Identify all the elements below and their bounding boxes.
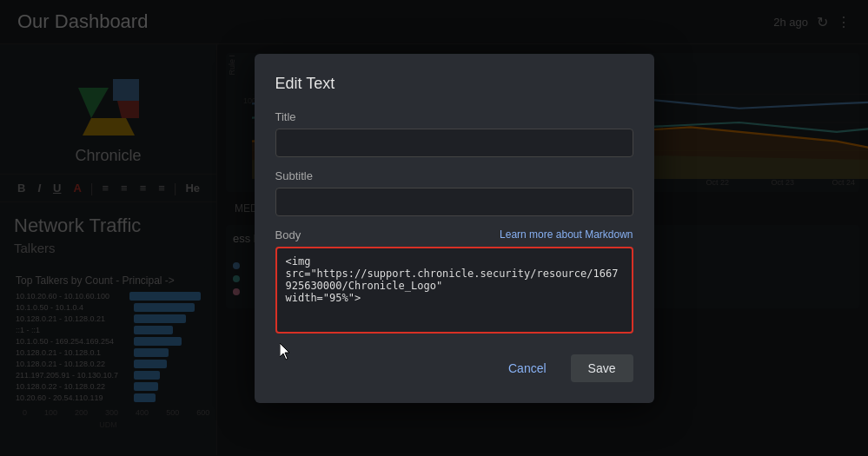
title-field-label: Title [275,110,633,123]
body-field-label: Body [275,228,301,241]
subtitle-field-label: Subtitle [275,169,633,182]
edit-text-modal: Edit Text Title Subtitle Body Learn more… [255,54,654,403]
body-textarea[interactable]: <img src="https://support.chronicle.secu… [275,247,633,334]
title-input[interactable] [275,129,633,157]
modal-footer: Cancel Save [275,354,633,382]
subtitle-field: Subtitle [275,169,633,216]
body-field: Body Learn more about Markdown <img src=… [275,228,633,337]
subtitle-input[interactable] [275,188,633,216]
save-button[interactable]: Save [571,354,633,382]
cancel-button[interactable]: Cancel [494,354,560,382]
title-field: Title [275,110,633,157]
modal-title: Edit Text [275,75,633,93]
markdown-link[interactable]: Learn more about Markdown [500,228,633,241]
